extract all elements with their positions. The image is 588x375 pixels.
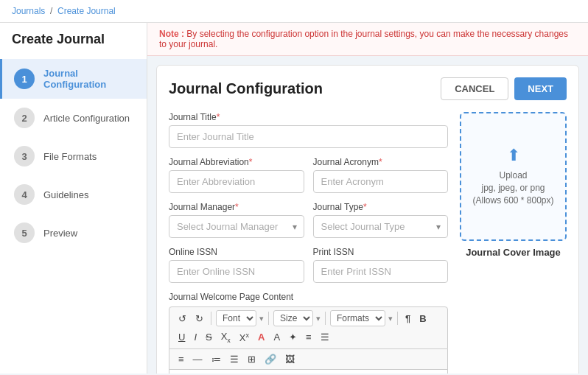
sidebar-item-step-5[interactable]: 5 Preview (0, 214, 147, 252)
manager-type-row: Journal Manager* Select Journal Manager … (169, 202, 448, 238)
acronym-label: Journal Acronym* (313, 157, 449, 167)
subscript-button[interactable]: Xx (218, 329, 234, 346)
step-label-2: Article Configuration (43, 113, 130, 124)
breadcrumb-journals-link[interactable]: Journals (12, 6, 45, 16)
cover-image-area: ⬆ Uploadjpg, jpeg, or png(Allows 600 * 8… (460, 112, 567, 374)
print-issn-group: Print ISSN (313, 247, 449, 283)
journal-title-group: Journal Title* (169, 112, 448, 148)
next-button[interactable]: NEXT (514, 77, 567, 100)
step-label-5: Preview (43, 228, 77, 239)
toolbar-divider-2 (268, 312, 269, 325)
upload-text: Uploadjpg, jpeg, or png(Allows 600 * 800… (472, 169, 553, 206)
step-number-5: 5 (14, 222, 35, 243)
editor-toolbar-row1: ↺ ↻ Font ▾ Size ▾ (169, 306, 448, 349)
welcome-section: Journal Welcome Page Content ↺ ↻ Font ▾ (169, 292, 448, 374)
toolbar-divider-1 (211, 312, 211, 325)
sidebar: Create Journal 1 Journal Configuration 2… (0, 23, 147, 374)
page-title: Create Journal (0, 32, 147, 59)
step-label-1: Journal Configuration (43, 68, 135, 90)
justify-button[interactable]: ☰ (318, 330, 332, 344)
upload-icon: ⬆ (507, 146, 520, 165)
editor-toolbar-row2: ≡ — ≔ ☰ ⊞ 🔗 🖼 (169, 349, 448, 370)
abbrev-acronym-row: Journal Abbreviation* Journal Acronym* (169, 157, 448, 193)
online-issn-label: Online ISSN (169, 247, 304, 257)
breadcrumb-current: Create Journal (57, 6, 116, 16)
step-number-1: 1 (14, 69, 35, 89)
editor-area[interactable]: Journal Description (169, 370, 448, 374)
header-buttons: CANCEL NEXT (441, 77, 567, 100)
abbreviation-group: Journal Abbreviation* (169, 157, 304, 193)
bold-button[interactable]: B (416, 312, 429, 326)
content-panel: Journal Configuration CANCEL NEXT Journa… (156, 65, 579, 374)
formats-select[interactable]: Formats (330, 310, 385, 326)
cover-image-label: Journal Cover Image (460, 247, 567, 258)
journal-title-input[interactable] (169, 125, 448, 148)
type-group: Journal Type* Select Journal Type ▾ (313, 202, 449, 238)
type-select[interactable]: Select Journal Type (313, 215, 449, 238)
issn-row: Online ISSN Print ISSN (169, 247, 448, 283)
underline-button[interactable]: U (175, 330, 188, 344)
align-right-button[interactable]: ≡ (303, 330, 315, 344)
italic-button[interactable]: I (191, 330, 200, 344)
notice-message: By selecting the configuration option in… (159, 29, 568, 49)
table-button[interactable]: ⊞ (245, 352, 259, 366)
paragraph-button[interactable]: ¶ (402, 312, 413, 326)
panel-header: Journal Configuration CANCEL NEXT (169, 77, 567, 100)
sidebar-item-step-1[interactable]: 1 Journal Configuration (0, 59, 147, 99)
type-select-wrap: Select Journal Type ▾ (313, 215, 449, 238)
acronym-input[interactable] (313, 170, 449, 193)
unordered-list-button[interactable]: ☰ (227, 352, 242, 366)
journal-title-label: Journal Title* (169, 112, 448, 122)
superscript-button[interactable]: Xx (237, 330, 252, 345)
manager-select-wrap: Select Journal Manager ▾ (169, 215, 304, 238)
print-issn-input[interactable] (313, 260, 449, 283)
abbreviation-label: Journal Abbreviation* (169, 157, 304, 167)
manager-select[interactable]: Select Journal Manager (169, 215, 304, 238)
cancel-button[interactable]: CANCEL (441, 77, 508, 100)
eraser-button[interactable]: ✦ (286, 330, 300, 344)
step-label-3: File Formats (43, 151, 97, 162)
link-button[interactable]: 🔗 (262, 352, 279, 366)
manager-label: Journal Manager* (169, 202, 304, 212)
align-left-button[interactable]: ≡ (175, 352, 187, 366)
step-number-4: 4 (14, 184, 35, 205)
abbreviation-input[interactable] (169, 170, 304, 193)
online-issn-input[interactable] (169, 260, 304, 283)
size-select[interactable]: Size (273, 310, 313, 326)
panel-title: Journal Configuration (169, 80, 323, 97)
highlight-button[interactable]: A (270, 330, 283, 344)
notice-label: Note : (159, 29, 184, 39)
font-arrow-icon: ▾ (259, 314, 264, 323)
strikethrough-button[interactable]: S (203, 330, 215, 344)
step-number-2: 2 (14, 108, 35, 128)
sidebar-item-step-4[interactable]: 4 Guidelines (0, 175, 147, 214)
size-arrow-icon: ▾ (316, 314, 321, 323)
cover-upload-zone[interactable]: ⬆ Uploadjpg, jpeg, or png(Allows 600 * 8… (460, 112, 567, 241)
manager-group: Journal Manager* Select Journal Manager … (169, 202, 304, 238)
ordered-list-button[interactable]: ≔ (209, 352, 224, 366)
sidebar-item-step-2[interactable]: 2 Article Configuration (0, 99, 147, 137)
form-area: Journal Title* Journal Abbreviation* (169, 112, 567, 374)
step-number-3: 3 (14, 146, 35, 167)
form-fields: Journal Title* Journal Abbreviation* (169, 112, 448, 374)
print-issn-label: Print ISSN (313, 247, 449, 257)
step-label-4: Guidelines (43, 189, 88, 200)
acronym-group: Journal Acronym* (313, 157, 449, 193)
font-select[interactable]: Font (216, 310, 256, 326)
main-content: Note : By selecting the configuration op… (147, 23, 588, 374)
notice-bar: Note : By selecting the configuration op… (147, 23, 588, 56)
undo-button[interactable]: ↺ (175, 312, 189, 326)
breadcrumb: Journals / Create Journal (0, 0, 588, 23)
hr-button[interactable]: — (190, 352, 206, 366)
toolbar-divider-3 (325, 312, 326, 325)
image-button[interactable]: 🖼 (282, 352, 298, 366)
online-issn-group: Online ISSN (169, 247, 304, 283)
font-color-button[interactable]: A (255, 330, 267, 344)
redo-button[interactable]: ↻ (192, 312, 206, 326)
type-label: Journal Type* (313, 202, 449, 212)
toolbar-divider-4 (397, 312, 398, 325)
sidebar-item-step-3[interactable]: 3 File Formats (0, 137, 147, 175)
formats-arrow-icon: ▾ (388, 314, 393, 323)
welcome-label: Journal Welcome Page Content (169, 292, 448, 302)
